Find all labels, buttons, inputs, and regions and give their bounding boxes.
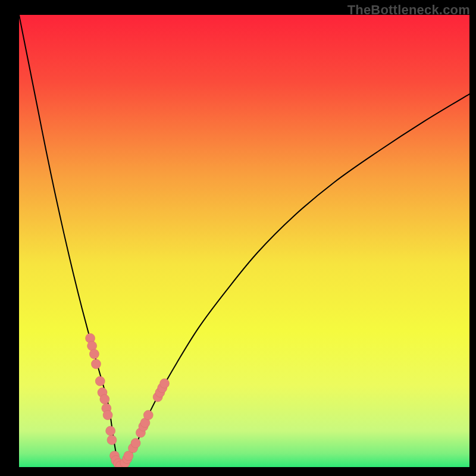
data-marker <box>103 411 112 420</box>
data-marker <box>87 341 97 350</box>
data-marker <box>89 349 99 359</box>
bottleneck-curve <box>19 15 469 466</box>
data-marker <box>160 378 170 388</box>
data-marker <box>100 394 109 404</box>
data-marker <box>143 411 153 420</box>
plot-area <box>19 15 469 467</box>
chart-frame: TheBottleneck.com <box>0 0 476 476</box>
watermark-text: TheBottleneck.com <box>347 2 470 18</box>
chart-svg <box>19 15 469 467</box>
data-marker <box>95 377 105 386</box>
data-marker <box>106 426 115 436</box>
data-marker <box>91 359 101 369</box>
data-marker <box>107 435 117 444</box>
data-marker <box>131 439 140 448</box>
